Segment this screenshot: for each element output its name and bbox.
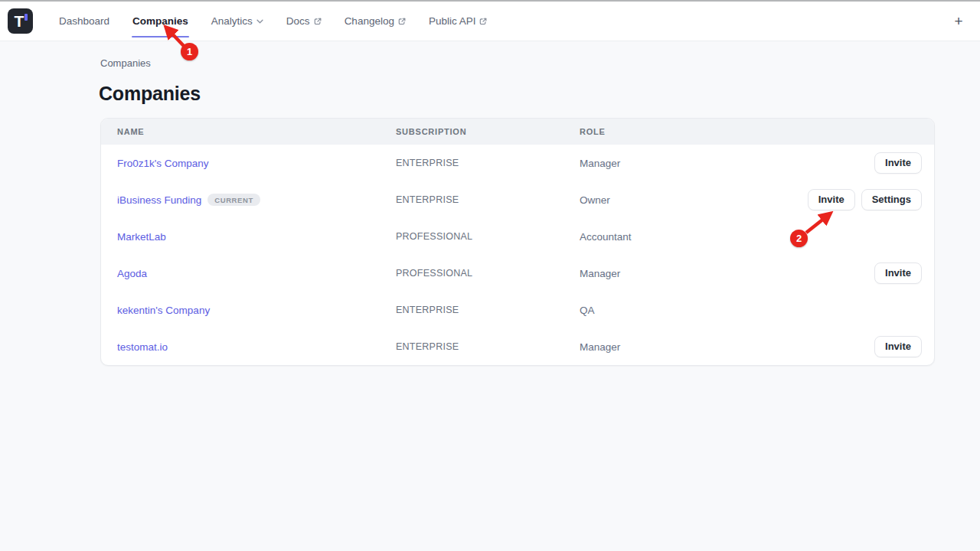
- subscription-value: ENTERPRISE: [396, 341, 580, 352]
- column-header-role: ROLE: [580, 127, 922, 136]
- app-logo[interactable]: T: [8, 8, 33, 34]
- nav-item-label: Dashboard: [59, 15, 109, 27]
- breadcrumb[interactable]: Companies: [100, 57, 980, 69]
- page-content: Companies Companies: [0, 41, 980, 105]
- logo-t-letter: T: [8, 8, 33, 34]
- add-icon[interactable]: +: [948, 11, 969, 32]
- role-value: Manager: [580, 268, 874, 279]
- nav-item-label: Companies: [132, 15, 188, 27]
- table-row: testomat.io ENTERPRISE Manager Invite: [101, 328, 934, 365]
- invite-button[interactable]: Invite: [874, 336, 922, 358]
- annotation-marker-2: 2: [790, 230, 808, 247]
- column-header-subscription: SUBSCRIPTION: [396, 127, 580, 136]
- invite-button[interactable]: Invite: [874, 262, 922, 285]
- settings-button[interactable]: Settings: [861, 189, 922, 211]
- nav-item-companies[interactable]: Companies: [121, 2, 200, 41]
- table-row: iBusiness Funding CURRENT ENTERPRISE Own…: [101, 181, 934, 218]
- logo-tick-icon: [24, 14, 28, 21]
- nav-item-label: Analytics: [211, 15, 253, 27]
- nav-item-label: Changelog: [345, 15, 394, 27]
- table-row: Agoda PROFESSIONAL Manager Invite: [101, 255, 934, 292]
- subscription-value: PROFESSIONAL: [396, 231, 580, 242]
- table-row: kekentin's Company ENTERPRISE QA: [101, 292, 934, 328]
- nav-item-public-api[interactable]: Public API: [417, 2, 499, 41]
- company-link[interactable]: iBusiness Funding: [117, 194, 201, 206]
- subscription-value: PROFESSIONAL: [396, 268, 580, 279]
- page-title: Companies: [99, 83, 980, 105]
- role-value: Accountant: [580, 231, 922, 243]
- current-badge: CURRENT: [207, 194, 260, 207]
- table-header-row: NAME SUBSCRIPTION ROLE: [101, 119, 934, 145]
- table-row: MarketLab PROFESSIONAL Accountant: [101, 218, 934, 255]
- role-value: QA: [580, 305, 922, 316]
- company-link[interactable]: Fro0z1k's Company: [117, 158, 209, 169]
- subscription-value: ENTERPRISE: [396, 158, 580, 168]
- external-link-icon: [314, 18, 322, 25]
- nav-items: Dashboard Companies Analytics Docs Chang…: [47, 2, 498, 41]
- nav-item-analytics[interactable]: Analytics: [200, 2, 275, 41]
- nav-item-label: Public API: [429, 15, 476, 27]
- invite-button[interactable]: Invite: [874, 152, 922, 174]
- nav-item-label: Docs: [286, 15, 310, 27]
- company-link[interactable]: kekentin's Company: [117, 305, 210, 316]
- nav-item-docs[interactable]: Docs: [275, 2, 333, 41]
- company-link[interactable]: MarketLab: [117, 231, 166, 243]
- active-tab-underline: [132, 36, 189, 38]
- role-value: Manager: [580, 341, 874, 353]
- company-link[interactable]: Agoda: [117, 268, 147, 279]
- subscription-value: ENTERPRISE: [396, 305, 580, 315]
- chevron-down-icon: [256, 19, 263, 24]
- role-value: Owner: [580, 194, 808, 206]
- external-link-icon: [479, 18, 487, 25]
- role-value: Manager: [580, 158, 874, 169]
- external-link-icon: [398, 18, 406, 25]
- top-navbar: T Dashboard Companies Analytics Docs Cha…: [0, 2, 980, 41]
- invite-button[interactable]: Invite: [808, 189, 855, 211]
- table-row: Fro0z1k's Company ENTERPRISE Manager Inv…: [101, 145, 934, 181]
- subscription-value: ENTERPRISE: [396, 194, 580, 205]
- companies-table: NAME SUBSCRIPTION ROLE Fro0z1k's Company…: [100, 118, 935, 366]
- annotation-marker-1: 1: [181, 43, 198, 60]
- column-header-name: NAME: [117, 127, 396, 136]
- company-link[interactable]: testomat.io: [117, 341, 168, 353]
- nav-item-changelog[interactable]: Changelog: [333, 2, 417, 41]
- nav-item-dashboard[interactable]: Dashboard: [47, 2, 121, 41]
